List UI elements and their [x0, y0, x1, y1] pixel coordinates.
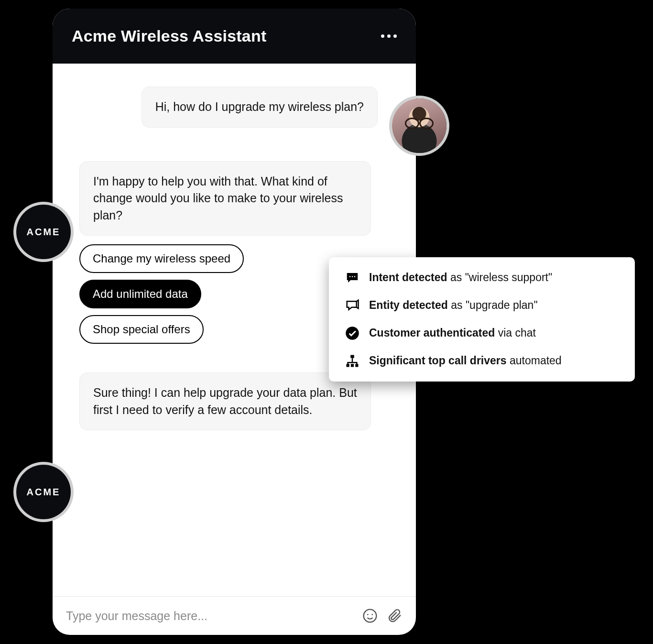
assistant-avatar-label: ACME — [27, 487, 61, 498]
callout-row: Entity detected as "upgrade plan" — [345, 298, 619, 313]
chip-unlimited-data[interactable]: Add unlimited data — [79, 280, 201, 308]
svg-rect-7 — [350, 355, 354, 358]
assistant-avatar: ACME — [16, 205, 71, 259]
svg-point-5 — [354, 276, 356, 277]
svg-rect-9 — [351, 364, 354, 367]
chat-title: Acme Wireless Assistant — [72, 27, 266, 45]
callout-text: Intent detected as "wireless support" — [369, 271, 552, 285]
callout-text: Customer authenticated via chat — [369, 326, 536, 340]
callout-row: Customer authenticated via chat — [345, 326, 619, 340]
svg-point-1 — [367, 614, 369, 615]
svg-point-6 — [346, 327, 359, 340]
svg-point-3 — [349, 276, 351, 277]
emoji-icon[interactable] — [362, 608, 378, 623]
analysis-callout: Intent detected as "wireless support" En… — [329, 257, 635, 382]
svg-rect-10 — [355, 364, 358, 367]
assistant-avatar: ACME — [16, 465, 71, 519]
chat-input-bar — [53, 596, 416, 635]
message-bubble: Hi, how do I upgrade my wireless plan? — [141, 87, 378, 128]
more-menu-icon[interactable] — [381, 34, 397, 38]
callout-text: Entity detected as "upgrade plan" — [369, 298, 538, 313]
check-circle-icon — [345, 326, 359, 340]
chat-header: Acme Wireless Assistant — [53, 9, 416, 64]
message-input[interactable] — [66, 609, 353, 623]
svg-point-4 — [352, 276, 353, 277]
callout-text: Significant top call drivers automated — [369, 354, 562, 368]
message-bubble: I'm happy to help you with that. What ki… — [79, 161, 371, 236]
svg-point-0 — [364, 610, 377, 622]
hierarchy-icon — [345, 354, 359, 368]
announce-icon — [345, 298, 359, 313]
callout-row: Significant top call drivers automated — [345, 354, 619, 368]
assistant-avatar-label: ACME — [27, 227, 61, 238]
chip-special-offers[interactable]: Shop special offers — [79, 315, 204, 344]
attachment-icon[interactable] — [387, 608, 403, 623]
message-user: Hi, how do I upgrade my wireless plan? — [68, 87, 401, 128]
message-bubble: Sure thing! I can help upgrade your data… — [79, 372, 371, 430]
svg-point-2 — [371, 614, 373, 615]
callout-row: Intent detected as "wireless support" — [345, 271, 619, 285]
svg-rect-8 — [347, 364, 349, 367]
chat-bubble-icon — [345, 271, 359, 285]
user-avatar — [392, 98, 446, 153]
chip-change-speed[interactable]: Change my wireless speed — [79, 244, 244, 273]
